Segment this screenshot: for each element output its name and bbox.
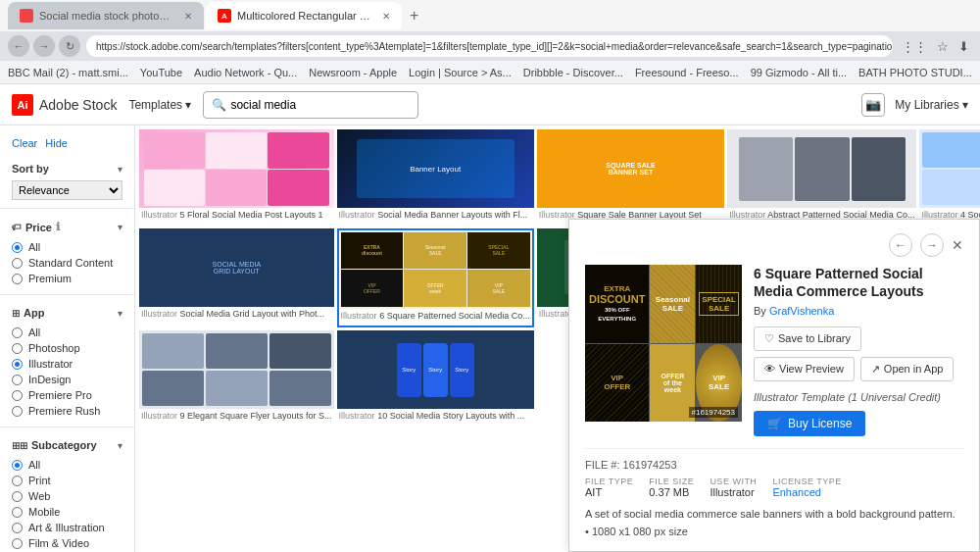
grid-item-4[interactable]: Illustrator Abstract Patterned Social Me… xyxy=(727,129,916,226)
tab-close-1[interactable]: ✕ xyxy=(184,11,192,22)
app-option-illustrator[interactable]: Illustrator xyxy=(12,356,122,372)
sidebar-divider-1 xyxy=(0,208,134,209)
detail-nav: ← → ✕ xyxy=(585,233,963,257)
grid-item-12[interactable]: Story Story Story Illustrator 10 Social … xyxy=(337,330,534,427)
bookmark-gizmodo[interactable]: 99 Gizmodo - All ti... xyxy=(751,67,847,78)
detail-description: A set of social media commerce sale bann… xyxy=(585,506,963,523)
subcat-option-print[interactable]: Print xyxy=(12,473,122,488)
grid-item-11[interactable]: Illustrator 9 Elegant Square Flyer Layou… xyxy=(139,330,334,427)
bookmark-freesound[interactable]: Freesound - Freeso... xyxy=(635,67,739,78)
price-info-icon: ℹ xyxy=(56,221,60,233)
save-to-library-button[interactable]: ♡ Save to Library xyxy=(754,326,861,351)
app-header[interactable]: ⊞ App ▾ xyxy=(0,301,134,323)
sort-options: Relevance xyxy=(0,178,134,202)
detail-license-info: Illustrator Template (1 Universal Credit… xyxy=(754,391,963,403)
bookmark-button[interactable]: ☆ xyxy=(934,39,952,54)
tab-active[interactable]: A Multicolored Rectangular Soci... ✕ xyxy=(206,2,402,29)
detail-main: EXTRAdiscount30% off everything Seasonal… xyxy=(585,265,963,435)
tab-favicon-1 xyxy=(20,9,33,23)
grid-item-1[interactable]: Illustrator 5 Floral Social Media Post L… xyxy=(139,129,334,226)
bookmark-bbc-mail[interactable]: BBC Mail (2) - matt.smi... xyxy=(8,67,128,78)
detail-title: 6 Square Patterned Social Media Commerce… xyxy=(754,265,963,300)
back-button[interactable]: ← xyxy=(8,35,29,57)
app-option-all[interactable]: All xyxy=(12,325,122,340)
bookmark-dribbble[interactable]: Dribbble - Discover... xyxy=(523,67,623,78)
buy-icon: 🛒 xyxy=(767,417,782,430)
price-label: 🏷 Price ℹ xyxy=(12,221,60,233)
bookmark-audio[interactable]: Audio Network - Qu... xyxy=(194,67,297,78)
header-right: 📷 My Libraries ▾ xyxy=(861,93,968,117)
clear-button[interactable]: Clear xyxy=(12,137,37,149)
tab-favicon-2: A xyxy=(218,9,231,23)
app-option-indesign[interactable]: InDesign xyxy=(12,372,122,387)
url-bar[interactable]: https://stock.adobe.com/search/templates… xyxy=(86,35,893,57)
detail-cell-3: SPECIALSALE xyxy=(696,265,742,343)
bookmark-bath[interactable]: BATH PHOTO STUDI... xyxy=(858,67,972,78)
author-link[interactable]: GrafVishenka xyxy=(769,305,834,317)
price-option-premium[interactable]: Premium xyxy=(12,271,122,286)
detail-bullet: • 1080 x1 080 px size xyxy=(585,526,963,537)
my-libraries-button[interactable]: My Libraries ▾ xyxy=(895,98,968,112)
app-option-photoshop[interactable]: Photoshop xyxy=(12,340,122,356)
file-number-value: 161974253 xyxy=(623,459,677,471)
grid-item-6[interactable]: SOCIAL MEDIAGRID LAYOUT Illustrator Soci… xyxy=(139,228,334,328)
detail-meta: FILE #: 161974253 FILE TYPE AIT FILE SIZ… xyxy=(585,448,963,538)
tab-title-2: Multicolored Rectangular Soci... xyxy=(237,10,372,22)
detail-info: 6 Square Patterned Social Media Commerce… xyxy=(754,265,963,435)
forward-button[interactable]: → xyxy=(33,35,55,57)
eye-icon: 👁 xyxy=(764,363,775,375)
subcat-option-film[interactable]: Film & Video xyxy=(12,535,122,551)
detail-close-button[interactable]: ✕ xyxy=(952,237,963,253)
price-option-standard[interactable]: Standard Content xyxy=(12,255,122,271)
sort-select[interactable]: Relevance xyxy=(12,180,122,200)
download-button[interactable]: ⬇ xyxy=(956,39,972,54)
extensions-button[interactable]: ⋮⋮ xyxy=(899,39,930,54)
adobe-icon: Ai xyxy=(12,94,33,116)
app-option-premiere-rush[interactable]: Premiere Rush xyxy=(12,403,122,419)
sort-header[interactable]: Sort by ▾ xyxy=(0,157,134,178)
hide-button[interactable]: Hide xyxy=(45,137,68,149)
subcategory-header[interactable]: ⊞⊞ Subcategory ▾ xyxy=(0,433,134,455)
price-options: All Standard Content Premium xyxy=(0,237,134,288)
external-link-icon: ↗ xyxy=(871,363,880,376)
address-bar: ← → ↻ https://stock.adobe.com/search/tem… xyxy=(0,31,980,61)
bookmark-newsroom[interactable]: Newsroom - Apple xyxy=(309,67,397,78)
buy-license-button[interactable]: 🛒 Buy License xyxy=(754,411,865,436)
subcategory-label: ⊞⊞ Subcategory xyxy=(12,439,97,451)
detail-next-button[interactable]: → xyxy=(920,233,944,257)
detail-prev-button[interactable]: ← xyxy=(889,233,912,257)
bookmark-login[interactable]: Login | Source > As... xyxy=(409,67,512,78)
search-box[interactable]: 🔍 xyxy=(203,91,418,119)
subcat-option-art[interactable]: Art & Illustration xyxy=(12,520,122,535)
open-in-app-button[interactable]: ↗ Open in App xyxy=(860,357,955,381)
camera-search-button[interactable]: 📷 xyxy=(861,93,885,117)
file-size-field: FILE SIZE 0.37 MB xyxy=(649,477,694,498)
license-type-value[interactable]: Enhanced xyxy=(772,486,841,498)
price-header[interactable]: 🏷 Price ℹ ▾ xyxy=(0,215,134,237)
app-options: All Photoshop Illustrator InDesign xyxy=(0,323,134,421)
new-tab-button[interactable]: + xyxy=(404,7,424,25)
refresh-button[interactable]: ↻ xyxy=(59,35,80,57)
view-preview-button[interactable]: 👁 View Preview xyxy=(754,357,855,381)
search-input[interactable] xyxy=(230,98,410,112)
grid-item-3[interactable]: SQUARE SALEBANNER SET Illustrator Square… xyxy=(537,129,725,226)
templates-nav[interactable]: Templates ▾ xyxy=(128,98,191,112)
app-chevron-icon: ▾ xyxy=(118,308,122,319)
subcategory-options: All Print Web Mobile xyxy=(0,455,134,552)
tab-inactive[interactable]: Social media stock photos, ro... ✕ xyxy=(8,2,204,29)
sort-chevron-icon: ▾ xyxy=(118,164,122,175)
file-type-label: FILE TYPE xyxy=(585,477,633,486)
bookmark-youtube[interactable]: YouTube xyxy=(140,67,182,78)
subcat-option-all[interactable]: All xyxy=(12,457,122,473)
app-icon: ⊞ xyxy=(12,308,20,319)
tab-close-2[interactable]: ✕ xyxy=(382,11,390,22)
grid-item-2[interactable]: Banner Layout Illustrator Social Media B… xyxy=(337,129,534,226)
app-option-premiere-pro[interactable]: Premiere Pro xyxy=(12,387,122,403)
price-option-all[interactable]: All xyxy=(12,239,122,255)
subcat-option-mobile[interactable]: Mobile xyxy=(12,504,122,520)
grid-item-5[interactable]: Illustrator 4 Social Media Layouts with … xyxy=(919,129,980,226)
url-text: https://stock.adobe.com/search/templates… xyxy=(96,41,893,52)
use-with-label: USE WITH xyxy=(710,477,757,486)
subcat-option-web[interactable]: Web xyxy=(12,488,122,504)
grid-item-7[interactable]: EXTRAdiscount SeasonalSALE SPECIALSALE V… xyxy=(337,228,534,328)
